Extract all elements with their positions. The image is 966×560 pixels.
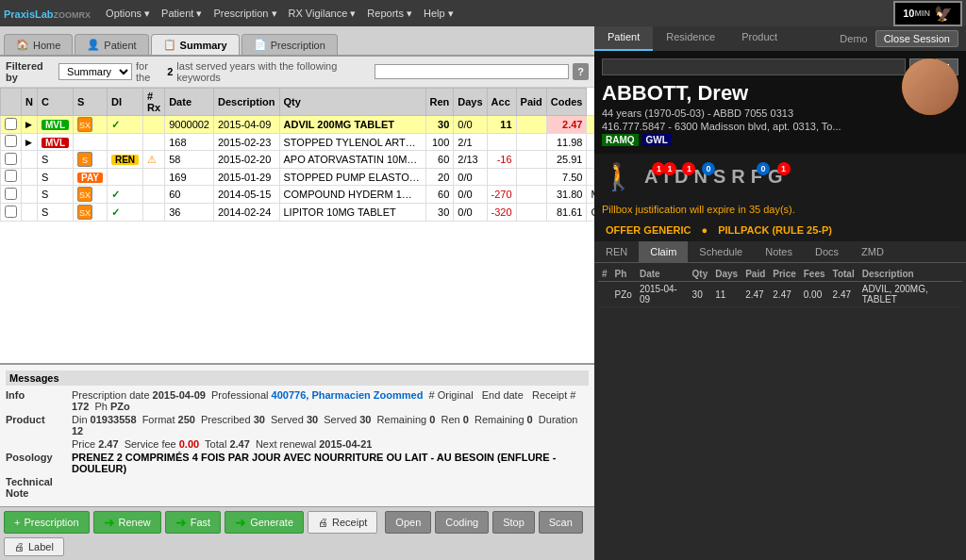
tab-patient[interactable]: 👤 Patient (75, 34, 148, 55)
summary-icon: 📋 (163, 39, 176, 51)
duration-value: 12 (72, 425, 83, 436)
label-button[interactable]: 🖨 Label (4, 537, 64, 556)
tab-patient-info[interactable]: Patient (594, 26, 653, 51)
total-num: 2.47 (229, 438, 249, 450)
table-row[interactable]: SPAY1692015-01-29STOPPED PUMP ELASTOMERI… (1, 169, 595, 186)
body-figure-icon: 🚶 (602, 161, 635, 192)
receipt-button[interactable]: 🖨 Receipt (308, 511, 377, 534)
stop-button[interactable]: Stop (492, 511, 535, 534)
renew-button[interactable]: ➜ Renew (93, 511, 161, 534)
remaining2-value: 0 (527, 414, 533, 425)
date-cell: 2014-05-15 (213, 186, 279, 204)
close-session-button[interactable]: Close Session (875, 30, 958, 47)
menu-reports[interactable]: Reports ▾ (361, 6, 418, 22)
body-condition-icons: A 1 I 1 D 1 N 0 S R (644, 166, 958, 188)
di-cell (143, 204, 165, 222)
row-checkbox[interactable] (5, 153, 17, 165)
paid-cell: 2.47 (546, 116, 587, 134)
for-text: for the (136, 60, 163, 83)
claim-col-price: Price (769, 267, 799, 282)
expand-cell[interactable]: ▶ (22, 116, 38, 134)
col-header-ren: Ren (425, 89, 454, 116)
rx-number-cell: 36 (165, 204, 214, 222)
body-icon-a: A 1 (644, 166, 658, 188)
receipt-num: 172 (72, 401, 89, 412)
claim-col-total: Total (829, 267, 858, 282)
claim-tab-notes[interactable]: Notes (754, 241, 804, 262)
rx-number-cell: 168 (165, 134, 214, 151)
row-checkbox[interactable] (5, 188, 17, 200)
claim-desc-cell: ADVIL, 200MG, TABLET (858, 282, 962, 307)
menu-rx-vigilance[interactable]: RX Vigilance ▾ (283, 6, 362, 22)
description-cell: ADVIL 200MG TABLET (279, 116, 425, 134)
patient-search-input[interactable] (602, 58, 906, 75)
tab-residence[interactable]: Residence (653, 26, 728, 51)
table-row[interactable]: ▶MVL1682015-02-23STOPPED TYLENOL ARTHRIT… (1, 134, 595, 151)
arrow-icon-fast: ➜ (175, 515, 187, 530)
menu-help[interactable]: Help ▾ (418, 6, 459, 22)
row-checkbox[interactable] (5, 135, 17, 147)
coding-button[interactable]: Coding (435, 511, 489, 534)
claim-tab-claim[interactable]: Claim (639, 241, 688, 262)
table-row[interactable]: SSX✓602014-05-15COMPOUND HYDERM 1% / MET… (1, 186, 595, 204)
tab-prescription[interactable]: 📄 Prescription (242, 34, 338, 55)
claim-tab-schedule[interactable]: Schedule (688, 241, 754, 262)
claim-days-cell: 11 (711, 282, 741, 307)
price-spacer (6, 438, 72, 450)
next-renewal: 2015-04-21 (319, 438, 372, 450)
acc-cell (516, 186, 546, 204)
rx-number-cell: 169 (165, 169, 214, 186)
patient-icon: 👤 (87, 39, 100, 51)
c-cell: SX (74, 204, 108, 222)
claim-tab-ren[interactable]: REN (594, 241, 639, 262)
expand-cell[interactable] (22, 151, 38, 169)
add-prescription-button[interactable]: + Prescription (4, 511, 90, 534)
expand-cell[interactable] (22, 186, 38, 204)
table-row[interactable]: SSX✓362014-02-24LIPITOR 10MG TABLET300/0… (1, 204, 595, 222)
tab-product[interactable]: Product (728, 26, 791, 51)
expand-cell[interactable] (22, 204, 38, 222)
format-value: 250 (178, 414, 195, 425)
qty-cell: 100 (425, 134, 454, 151)
desc-text: ADVIL 200MG TABLET (284, 119, 395, 130)
row-checkbox[interactable] (5, 170, 17, 182)
demo-label: Demo (840, 33, 867, 44)
check-icon: ✓ (111, 189, 120, 200)
table-row[interactable]: ▶MVLSX✓90000022015-04-09ADVIL 200MG TABL… (1, 116, 595, 134)
tab-home[interactable]: 🏠 Home (4, 34, 73, 55)
claim-paid-cell: 2.47 (741, 282, 769, 307)
menu-patient[interactable]: Patient ▾ (156, 6, 208, 22)
timer-display: 10 MIN 🦅 (893, 1, 962, 26)
posology-text: PRENEZ 2 COMPRIMÉS 4 FOIS PAR JOUR AVEC … (72, 452, 589, 474)
menu-options[interactable]: Options ▾ (100, 6, 156, 22)
claim-tab-docs[interactable]: Docs (804, 241, 850, 262)
col-header-di: DI (107, 89, 142, 116)
scan-button[interactable]: Scan (539, 511, 583, 534)
claim-num-cell (598, 282, 611, 307)
paid-cell: 25.91 (546, 151, 587, 169)
body-icon-g: G 1 (768, 166, 783, 188)
acc-cell (516, 151, 546, 169)
table-row[interactable]: SSREN⚠582015-02-20APO ATORVASTATIN 10MG … (1, 151, 595, 169)
claim-tab-zmd[interactable]: ZMD (850, 241, 895, 262)
col-header-date: Date (165, 89, 214, 116)
keywords-input[interactable] (375, 64, 569, 79)
col-header-n: N (22, 89, 38, 116)
menu-prescription[interactable]: Prescription ▾ (208, 6, 282, 22)
open-button[interactable]: Open (385, 511, 431, 534)
row-checkbox[interactable] (5, 206, 17, 218)
paid-cell: 31.80 (546, 186, 587, 204)
expand-cell[interactable] (22, 169, 38, 186)
claim-col-desc: Description (858, 267, 962, 282)
filter-select[interactable]: Summary (58, 63, 132, 80)
fast-button[interactable]: ➜ Fast (165, 511, 221, 534)
tab-summary[interactable]: 📋 Summary (151, 34, 240, 55)
help-button[interactable]: ? (573, 63, 589, 80)
row-checkbox[interactable] (5, 118, 17, 130)
di-cell (143, 186, 165, 204)
professional-link[interactable]: 400776, Pharmacien Zoommed (272, 389, 424, 401)
generate-button[interactable]: ➜ Generate (225, 511, 304, 534)
days-cell (487, 169, 516, 186)
price-value: Price 2.47 Service fee 0.00 Total 2.47 N… (72, 438, 372, 450)
expand-cell[interactable]: ▶ (22, 134, 38, 151)
